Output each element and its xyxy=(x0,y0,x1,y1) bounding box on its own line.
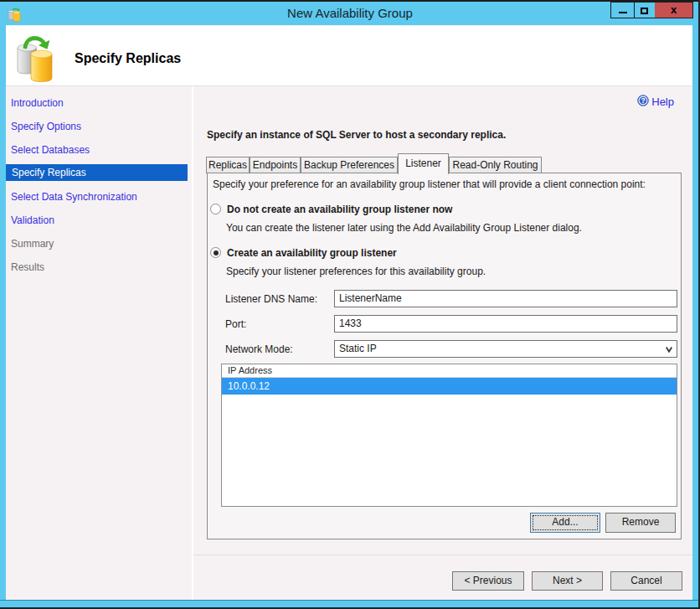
svg-text:?: ? xyxy=(641,96,646,105)
